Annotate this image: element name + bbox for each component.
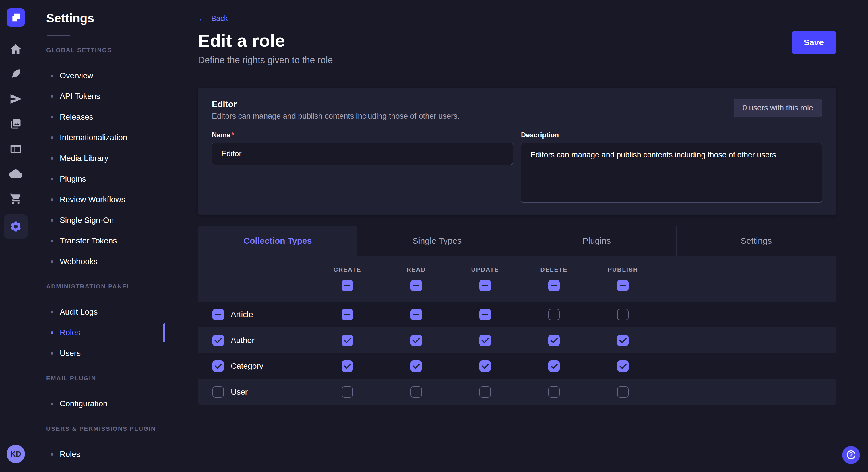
sidebar-item-review-workflows[interactable]: Review Workflows (32, 189, 165, 210)
required-asterisk: * (231, 131, 234, 139)
select-all-checkbox-update[interactable] (479, 280, 491, 291)
back-link[interactable]: ← Back (198, 14, 228, 23)
permission-checkbox-author-delete[interactable] (548, 335, 560, 346)
users-with-role-button[interactable]: 0 users with this role (734, 99, 822, 117)
permission-checkbox-category-publish[interactable] (617, 361, 629, 372)
question-mark-icon (845, 449, 857, 461)
sidebar-item-plugins[interactable]: Plugins (32, 169, 165, 189)
description-textarea[interactable]: Editors can manage and publish contents … (521, 142, 822, 203)
permissions-header: CREATEREADUPDATEDELETEPUBLISH (198, 256, 836, 302)
tab-settings[interactable]: Settings (676, 226, 836, 256)
permission-checkbox-category-update[interactable] (479, 361, 491, 372)
permission-cell (382, 328, 451, 353)
permission-row-category: Category (198, 353, 836, 379)
tab-single-types[interactable]: Single Types (358, 226, 517, 256)
sidebar-item-audit-logs[interactable]: Audit Logs (32, 302, 165, 322)
permission-checkbox-author-create[interactable] (342, 335, 353, 346)
avatar[interactable]: KD (7, 445, 25, 463)
sidebar-item-media-library[interactable]: Media Library (32, 148, 165, 169)
sidebar-title-divider (47, 35, 70, 36)
app-window: KD Settings GLOBAL SETTINGSOverviewAPI T… (0, 0, 868, 472)
column-header-delete: DELETE (520, 266, 588, 273)
permission-row-author: Author (198, 328, 836, 353)
rail-feather-icon[interactable] (7, 65, 25, 83)
tab-collection-types[interactable]: Collection Types (198, 226, 358, 256)
permission-checkbox-author-publish[interactable] (617, 335, 629, 346)
help-button[interactable] (842, 446, 860, 464)
feather-icon (9, 68, 22, 80)
rail-home-icon[interactable] (7, 40, 25, 58)
bullet-icon (51, 178, 53, 180)
bullet-icon (51, 311, 53, 313)
row-checkbox-author[interactable] (212, 335, 224, 346)
row-checkbox-article[interactable] (212, 309, 224, 320)
description-label: Description (521, 131, 822, 139)
name-input[interactable] (212, 142, 513, 165)
bullet-icon (51, 352, 53, 355)
permission-checkbox-article-read[interactable] (410, 309, 422, 320)
select-all-checkbox-delete[interactable] (548, 280, 560, 291)
permission-checkbox-user-update[interactable] (479, 386, 491, 398)
permission-checkbox-author-update[interactable] (479, 335, 491, 346)
sidebar-item-providers[interactable]: Providers (32, 465, 165, 472)
rail-media-icon[interactable] (7, 115, 25, 133)
select-all-checkbox-read[interactable] (410, 280, 422, 291)
row-name-cell: Category (198, 361, 313, 372)
rail-window-icon[interactable] (7, 140, 25, 158)
sidebar-item-overview[interactable]: Overview (32, 65, 165, 86)
sidebar-item-roles[interactable]: Roles (32, 322, 165, 343)
sidebar-section-heading: GLOBAL SETTINGS (46, 43, 165, 57)
row-label: Author (231, 336, 255, 345)
permission-checkbox-user-publish[interactable] (617, 386, 629, 398)
select-all-checkbox-publish[interactable] (617, 280, 629, 291)
sidebar-item-api-tokens[interactable]: API Tokens (32, 86, 165, 107)
sidebar-item-roles[interactable]: Roles (32, 444, 165, 465)
row-checkbox-category[interactable] (212, 361, 224, 372)
sidebar-item-transfer-tokens[interactable]: Transfer Tokens (32, 231, 165, 251)
permission-checkbox-category-delete[interactable] (548, 361, 560, 372)
sidebar-item-webhooks[interactable]: Webhooks (32, 251, 165, 272)
save-button[interactable]: Save (792, 31, 836, 54)
settings-sidebar: Settings GLOBAL SETTINGSOverviewAPI Toke… (32, 0, 165, 472)
select-all-checkbox-create[interactable] (342, 280, 353, 291)
column-header-label: DELETE (540, 266, 568, 273)
sidebar-item-releases[interactable]: Releases (32, 107, 165, 127)
select-all-cell-read (382, 280, 451, 291)
rail-gear-icon[interactable] (4, 214, 28, 239)
permission-checkbox-user-read[interactable] (410, 386, 422, 398)
sidebar-item-single-sign-on[interactable]: Single Sign-On (32, 210, 165, 231)
sidebar-item-users[interactable]: Users (32, 343, 165, 364)
rail-cart-icon[interactable] (7, 190, 25, 208)
sidebar-item-configuration[interactable]: Configuration (32, 394, 165, 414)
sidebar-item-label: Transfer Tokens (60, 236, 117, 245)
cart-icon (9, 193, 22, 205)
permission-checkbox-article-publish[interactable] (617, 309, 629, 320)
bullet-icon (51, 74, 53, 77)
rail-cloud-icon[interactable] (7, 165, 25, 183)
permission-checkbox-user-create[interactable] (342, 386, 353, 398)
permission-cell (588, 353, 657, 379)
sidebar-item-label: Users (60, 349, 81, 358)
row-checkbox-user[interactable] (212, 386, 224, 398)
bullet-icon (51, 260, 53, 263)
sidebar-item-internationalization[interactable]: Internationalization (32, 127, 165, 148)
permission-cell (382, 379, 451, 405)
sidebar-item-label: Roles (60, 328, 81, 337)
permission-checkbox-category-read[interactable] (410, 361, 422, 372)
permission-row-article: Article (198, 302, 836, 328)
permission-checkbox-category-create[interactable] (342, 361, 353, 372)
column-header-read: READ (382, 266, 451, 273)
permission-checkbox-article-delete[interactable] (548, 309, 560, 320)
permission-checkbox-article-create[interactable] (342, 309, 353, 320)
permission-checkbox-author-read[interactable] (410, 335, 422, 346)
active-item-indicator (163, 324, 165, 342)
permission-checkbox-article-update[interactable] (479, 309, 491, 320)
permission-cell (451, 328, 520, 353)
tab-plugins[interactable]: Plugins (517, 226, 676, 256)
permission-checkbox-user-delete[interactable] (548, 386, 560, 398)
rail-send-icon[interactable] (7, 90, 25, 108)
permission-cell (588, 379, 657, 405)
sidebar-title: Settings (46, 11, 165, 25)
strapi-logo-icon[interactable] (7, 8, 25, 27)
gear-icon (9, 220, 22, 233)
